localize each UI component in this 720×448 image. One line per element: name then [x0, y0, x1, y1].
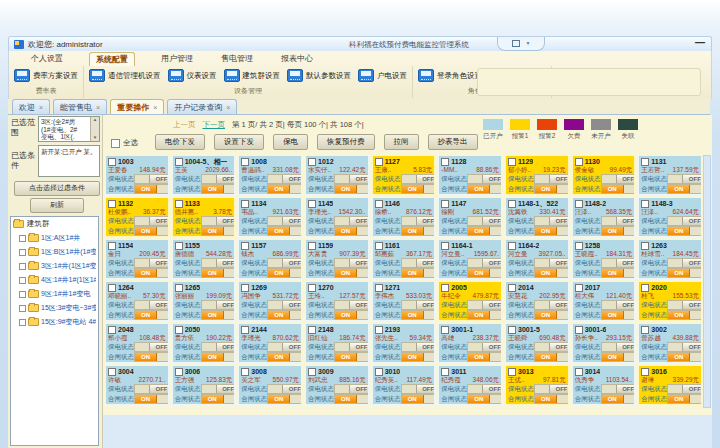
minimize-button[interactable]: — [695, 37, 705, 48]
power-keep-toggle[interactable]: OFF [201, 174, 236, 184]
card-checkbox[interactable] [508, 242, 516, 250]
card-checkbox[interactable] [441, 200, 449, 208]
card-checkbox[interactable] [641, 200, 649, 208]
power-keep-toggle[interactable]: OFF [534, 300, 569, 310]
doc-tab[interactable]: 重要操作× [110, 99, 164, 114]
card-checkbox[interactable] [575, 158, 583, 166]
switch-toggle[interactable]: ON [601, 268, 636, 278]
meter-card[interactable]: 2193张先生..59.34元保电状态OFF合闸状态ON [372, 323, 436, 363]
power-keep-toggle[interactable]: OFF [667, 384, 702, 394]
power-keep-toggle[interactable]: OFF [201, 300, 236, 310]
card-checkbox[interactable] [641, 242, 649, 250]
card-checkbox[interactable] [308, 368, 316, 376]
meter-card[interactable]: 1132杜俊鹏..36.37元保电状态OFF合闸状态ON [105, 197, 169, 237]
card-checkbox[interactable] [375, 284, 383, 292]
card-checkbox[interactable] [108, 200, 116, 208]
switch-toggle[interactable]: ON [534, 352, 569, 362]
select-all[interactable]: 全选 [111, 138, 138, 148]
switch-toggle[interactable]: ON [267, 184, 302, 194]
switch-toggle[interactable]: ON [401, 268, 436, 278]
meter-card[interactable]: 1164-2河立曼3927.05..保电状态OFF合闸状态ON [505, 239, 569, 279]
meter-card[interactable]: 2148旧红仙186.74元保电状态OFF合闸状态ON [305, 323, 369, 363]
meter-card[interactable]: 1269冯国争531.72元保电状态OFF合闸状态ON [238, 281, 302, 321]
card-checkbox[interactable] [308, 158, 316, 166]
power-keep-toggle[interactable]: OFF [467, 384, 502, 394]
card-checkbox[interactable] [375, 242, 383, 250]
power-keep-toggle[interactable]: OFF [601, 174, 636, 184]
select-all-checkbox[interactable] [111, 139, 120, 148]
action-button[interactable]: 电价下发 [155, 134, 205, 150]
ribbon-button[interactable]: 登录角色设置 [418, 69, 482, 82]
power-keep-toggle[interactable]: OFF [534, 384, 569, 394]
listbox-scrollbar[interactable]: ▲ ▼ [90, 117, 99, 141]
meter-card[interactable]: 3001-5王晓舜690.48元保电状态OFF合闸状态ON [505, 323, 569, 363]
tree-checkbox[interactable] [19, 305, 26, 312]
card-checkbox[interactable] [375, 200, 383, 208]
card-checkbox[interactable] [108, 326, 116, 334]
card-checkbox[interactable] [241, 200, 249, 208]
card-checkbox[interactable] [108, 368, 116, 376]
meter-card[interactable]: 1265张丽丽199.09元保电状态OFF合闸状态ON [172, 281, 236, 321]
card-checkbox[interactable] [241, 368, 249, 376]
switch-toggle[interactable]: ON [401, 226, 436, 236]
tree-item[interactable]: 15区:9#变电站 4#变 [19, 317, 96, 327]
action-button[interactable]: 拉闸 [384, 134, 419, 150]
power-keep-toggle[interactable]: OFF [467, 342, 502, 352]
meter-card[interactable]: 1131王若哲..137.59元保电状态OFF合闸状态ON [638, 155, 702, 195]
tree-checkbox[interactable] [19, 291, 26, 298]
action-button[interactable]: 保电 [273, 134, 308, 150]
switch-toggle[interactable]: ON [401, 310, 436, 320]
card-checkbox[interactable] [241, 326, 249, 334]
refresh-button[interactable]: 刷新 [30, 198, 84, 213]
filter-select-button[interactable]: 点击选择过虑条件 [14, 181, 100, 196]
meter-card[interactable]: 1127王康..5.83元保电状态OFF合闸状态ON [372, 155, 436, 195]
power-keep-toggle[interactable]: OFF [534, 216, 569, 226]
meter-card[interactable]: 1128-MM..88.86元保电状态OFF合闸状态ON [438, 155, 502, 195]
power-keep-toggle[interactable]: OFF [201, 258, 236, 268]
switch-toggle[interactable]: ON [467, 184, 502, 194]
tree-root[interactable]: 建筑群 [13, 219, 96, 229]
close-icon[interactable]: × [153, 104, 157, 111]
card-checkbox[interactable] [441, 158, 449, 166]
switch-toggle[interactable]: ON [134, 268, 169, 278]
card-checkbox[interactable] [375, 368, 383, 376]
tree-item[interactable]: 1区:A区1#井 [19, 233, 96, 243]
meter-card[interactable]: 3002曾苏越439.88元保电状态OFF合闸状态ON [638, 323, 702, 363]
power-keep-toggle[interactable]: OFF [134, 216, 169, 226]
action-button[interactable]: 恢复预付费 [317, 134, 375, 150]
meter-card[interactable]: 1129郁小婷..19.23元保电状态OFF合闸状态ON [505, 155, 569, 195]
meter-card[interactable]: 1008曹温鹃..331.08元保电状态OFF合闸状态ON [238, 155, 302, 195]
power-keep-toggle[interactable]: OFF [334, 258, 369, 268]
card-checkbox[interactable] [441, 326, 449, 334]
ribbon-button[interactable]: 建筑群设置 [224, 69, 281, 82]
switch-toggle[interactable]: ON [601, 394, 636, 404]
switch-toggle[interactable]: ON [401, 394, 436, 404]
power-keep-toggle[interactable]: OFF [534, 342, 569, 352]
ribbon-button[interactable]: 默认参数设置 [287, 69, 351, 82]
meter-card[interactable]: 3009刘武忠885.16元保电状态OFF合闸状态ON [305, 365, 369, 405]
doc-tab[interactable]: 开户记录查询× [167, 99, 237, 114]
meter-card[interactable]: 2017祖大伟121.40元保电状态OFF合闸状态ON [572, 281, 636, 321]
card-checkbox[interactable] [241, 158, 249, 166]
meter-card[interactable]: 1157钱杰686.99元保电状态OFF合闸状态ON [238, 239, 302, 279]
card-checkbox[interactable] [508, 326, 516, 334]
card-checkbox[interactable] [641, 326, 649, 334]
switch-toggle[interactable]: ON [601, 352, 636, 362]
switch-toggle[interactable]: ON [334, 394, 369, 404]
card-checkbox[interactable] [175, 368, 183, 376]
switch-toggle[interactable]: ON [601, 226, 636, 236]
power-keep-toggle[interactable]: OFF [667, 216, 702, 226]
power-keep-toggle[interactable]: OFF [267, 216, 302, 226]
card-checkbox[interactable] [641, 158, 649, 166]
card-checkbox[interactable] [241, 284, 249, 292]
power-keep-toggle[interactable]: OFF [667, 300, 702, 310]
restore-icon[interactable] [512, 40, 520, 47]
tree-item[interactable]: 4区:1#井1#(1区1# [19, 275, 96, 285]
meter-card[interactable]: 1263桂球雪..184.45元保电状态OFF合闸状态ON [638, 239, 702, 279]
scroll-up-icon[interactable]: ▲ [93, 117, 97, 123]
power-keep-toggle[interactable]: OFF [467, 216, 502, 226]
card-checkbox[interactable] [175, 326, 183, 334]
power-keep-toggle[interactable]: OFF [534, 174, 569, 184]
card-checkbox[interactable] [508, 368, 516, 376]
ribbon-tab[interactable]: 售电管理 [219, 51, 255, 66]
